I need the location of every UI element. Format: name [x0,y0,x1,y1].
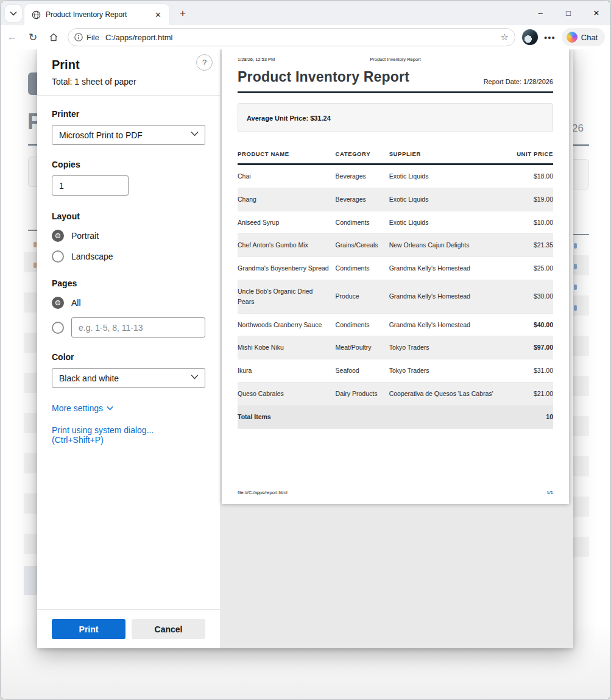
total-label: Total Items [238,405,503,428]
new-tab-button[interactable]: + [175,6,190,21]
unit-price-cell: $10.00 [503,211,553,234]
background-table-stripes [24,232,37,566]
color-select[interactable]: Black and white [52,368,205,388]
supplier-cell: Tokyo Traders [389,336,503,359]
unit-price-cell: $30.00 [503,280,553,313]
copies-input[interactable] [52,175,129,196]
pages-all-label: All [71,298,81,308]
browser-tab[interactable]: Product Inventory Report ✕ [24,4,169,25]
globe-icon [32,10,41,19]
layout-landscape-option[interactable]: Landscape [52,250,205,263]
category-cell: Condiments [336,313,389,336]
color-label: Color [52,352,205,362]
table-row: Grandma's Boysenberry SpreadCondimentsGr… [238,257,553,280]
close-button[interactable]: ✕ [582,1,610,25]
system-dialog-link[interactable]: Print using system dialog... (Ctrl+Shift… [52,425,205,445]
pages-all-option[interactable]: All [52,297,205,309]
supplier-cell: Exotic Liquids [389,211,503,234]
background-text-fragment [574,264,577,269]
tab-close-icon[interactable]: ✕ [152,9,164,21]
background-summary-box-right [572,159,589,189]
printer-select[interactable]: Microsoft Print to PDF [52,125,205,145]
address-bar[interactable]: File C:/apps/report.html ☆ [68,28,515,46]
print-footer-page: 1/1 [547,490,553,495]
page-content: P 26 Print Total: 1 sheet of [1,49,610,700]
report-table-body: ChaiBeveragesExotic Liquids$18.00ChangBe… [238,164,553,406]
background-text-fragment [574,305,577,311]
report-date: Report Date: 1/28/2026 [484,78,553,85]
unit-price-cell: $31.00 [503,359,553,383]
color-select-value: Black and white [59,373,119,383]
unit-price-cell: $25.00 [503,257,553,280]
preview-page: 1/28/26, 12:53 PM Product Inventory Repo… [222,49,569,504]
tab-search-button[interactable] [5,5,22,22]
home-icon[interactable] [44,28,63,46]
settings-menu-icon[interactable]: ••• [544,32,556,43]
column-header: UNIT PRICE [503,144,553,164]
print-dialog-footer: Print Cancel [37,609,220,648]
supplier-cell: Tokyo Traders [389,359,503,383]
help-button[interactable]: ? [196,54,213,71]
supplier-cell: Exotic Liquids [389,164,503,188]
background-text-fragment [34,242,37,247]
cancel-button[interactable]: Cancel [132,619,205,639]
print-dialog-header: Print Total: 1 sheet of paper ? [37,49,220,96]
table-row: Northwoods Cranberry SauceCondimentsGran… [238,313,553,336]
chevron-down-icon [191,131,199,136]
background-text-fragment [34,263,37,268]
unit-price-cell: $18.00 [503,164,553,188]
profile-avatar[interactable] [522,29,538,45]
more-settings-link[interactable]: More settings [52,403,113,413]
layout-portrait-option[interactable]: Portrait [52,230,205,242]
category-cell: Grains/Cereals [336,234,389,257]
favorite-star-icon[interactable]: ☆ [501,32,509,43]
background-total-row [24,566,37,595]
url-text[interactable]: C:/apps/report.html [105,33,501,42]
print-footer-url: file:///C:/apps/report.html [238,490,288,495]
pages-custom-option[interactable] [52,317,205,338]
more-settings-label: More settings [52,403,103,413]
column-header: SUPPLIER [389,144,503,164]
copies-label: Copies [52,160,205,169]
sheet-count-text: Total: 1 sheet of paper [52,77,205,87]
category-cell: Seafood [336,359,389,383]
product-name-cell: Grandma's Boysenberry Spread [238,257,336,280]
product-name-cell: Uncle Bob's Organic Dried Pears [238,280,336,313]
radio-selected-icon [52,230,64,242]
category-cell: Condiments [336,257,389,280]
table-row: ChangBeveragesExotic Liquids$19.00 [238,188,553,211]
chevron-down-icon [107,406,113,411]
unit-price-cell: $21.00 [503,382,553,405]
table-row: IkuraSeafoodTokyo Traders$31.00 [238,359,553,383]
pages-range-input[interactable] [71,317,205,338]
print-button[interactable]: Print [52,619,125,639]
title-bar: Product Inventory Report ✕ + – □ ✕ [1,1,610,25]
home-glyph-icon [49,32,58,42]
unit-price-cell: $21.35 [503,234,553,257]
address-toolbar: ← ↻ File C:/apps/report.html ☆ ••• Chat [1,25,610,49]
print-header-title: Product Inventory Report [238,57,553,62]
table-row: Mishi Kobe NikuMeat/PoultryTokyo Traders… [238,336,553,359]
info-icon [74,33,83,41]
refresh-icon[interactable]: ↻ [24,28,42,46]
product-name-cell: Chai [238,164,336,188]
table-row: Chef Anton's Gumbo MixGrains/CerealsNew … [238,234,553,257]
copilot-chat-button[interactable]: Chat [562,28,605,46]
copilot-icon [567,32,577,43]
unit-price-cell: $40.00 [503,313,553,336]
back-icon[interactable]: ← [3,28,21,46]
radio-selected-icon [52,297,64,309]
supplier-cell: Grandma Kelly's Homestead [389,257,503,280]
window-controls: – □ ✕ [526,1,610,25]
browser-window: Product Inventory Report ✕ + – □ ✕ ← ↻ F… [0,0,611,700]
print-footer: file:///C:/apps/report.html 1/1 [238,490,553,495]
minimize-button[interactable]: – [526,1,554,25]
column-header: CATEGORY [336,144,389,164]
maximize-button[interactable]: □ [554,1,582,25]
supplier-cell: Grandma Kelly's Homestead [389,313,503,336]
background-text-fragment [574,243,577,249]
supplier-cell: Cooperativa de Quesos 'Las Cabras' [389,382,503,405]
background-text-fragment [574,285,577,290]
category-cell: Beverages [336,164,389,188]
category-cell: Dairy Products [336,382,389,405]
